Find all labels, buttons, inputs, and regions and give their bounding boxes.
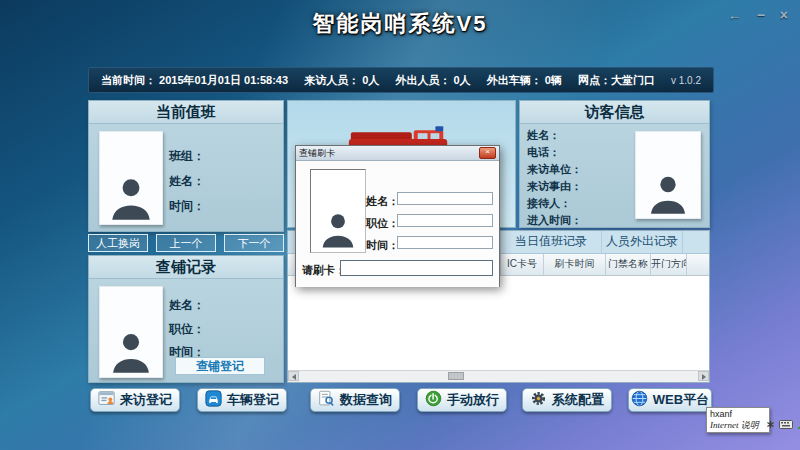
visitor-field-label: 进入时间：: [527, 212, 582, 229]
visitor-register-button[interactable]: 来访登记: [90, 388, 180, 412]
scroll-right-icon[interactable]: [698, 371, 709, 381]
column-header-blank: [687, 254, 709, 275]
system-config-icon: [530, 390, 547, 410]
tab-personnel-out-records[interactable]: 人员外出记录: [602, 231, 683, 253]
scrollbar-thumb[interactable]: [448, 372, 464, 380]
duty-field-label: 时间：: [169, 198, 205, 215]
shift-button-row: 人工换岗 上一个 下一个: [88, 234, 284, 252]
ime-toolbar: [766, 415, 800, 433]
manual-shift-button[interactable]: 人工换岗: [88, 234, 148, 252]
toolbar-button-label: WEB平台: [653, 391, 709, 409]
visitor-field-label: 电话：: [527, 144, 582, 161]
dialog-position-field[interactable]: [397, 214, 493, 227]
records-table-body: [288, 276, 709, 370]
next-button[interactable]: 下一个: [224, 234, 284, 252]
person-icon: [110, 327, 152, 377]
duty-field-label: 姓名：: [169, 173, 205, 190]
toolbar-button-label: 车辆登记: [227, 391, 279, 409]
status-visitors: 来访人员： 0人: [304, 73, 379, 88]
visitor-photo: [635, 131, 701, 219]
status-out-vehicles: 外出车辆： 0辆: [487, 73, 562, 88]
visitor-field-label: 接待人：: [527, 195, 582, 212]
close-icon[interactable]: ×: [780, 7, 788, 23]
manual-release-button[interactable]: 手动放行: [417, 388, 507, 412]
bedcheck-swipe-dialog: 查铺刷卡 × 姓名： 职位： 时间： 请刷卡：: [295, 145, 500, 287]
dialog-time-label: 时间：: [366, 238, 394, 253]
column-header-swipe-time[interactable]: 刷卡时间: [544, 254, 606, 275]
manual-release-icon: [425, 390, 442, 410]
visitor-field-label: 来访事由：: [527, 178, 582, 195]
back-icon[interactable]: ←: [728, 7, 742, 23]
column-header-ic-card[interactable]: IC卡号: [501, 254, 544, 275]
dialog-title: 查铺刷卡: [299, 147, 335, 160]
scroll-left-icon[interactable]: [288, 371, 299, 381]
ime-star-icon[interactable]: [766, 415, 775, 433]
bedcheck-title: 查铺记录: [89, 256, 283, 279]
system-config-button[interactable]: 系统配置: [522, 388, 612, 412]
bedcheck-photo: [99, 286, 163, 378]
vehicle-register-button[interactable]: 车辆登记: [197, 388, 287, 412]
dialog-titlebar[interactable]: 查铺刷卡 ×: [296, 146, 499, 161]
visitor-info-title: 访客信息: [520, 101, 709, 124]
tab-daily-duty-records[interactable]: 当日值班记录: [501, 231, 602, 253]
page-title: 智能岗哨系统V5: [0, 9, 800, 39]
bedcheck-panel: 查铺记录 姓名： 职位： 时间： 查铺登记: [88, 255, 284, 383]
dialog-body: 姓名： 职位： 时间： 请刷卡：: [296, 161, 499, 287]
column-header-door-direction[interactable]: 开门方向: [651, 254, 687, 275]
duty-field-label: 班组：: [169, 148, 205, 165]
toolbar-button-label: 数据查询: [340, 391, 392, 409]
web-platform-button[interactable]: WEB平台: [628, 388, 712, 412]
dialog-close-icon[interactable]: ×: [479, 147, 496, 159]
bedcheck-register-button[interactable]: 查铺登记: [175, 357, 265, 375]
status-current-time: 当前时间： 2015年01月01日 01:58:43: [101, 73, 288, 88]
bedcheck-field-label: 职位：: [169, 321, 205, 338]
web-platform-icon: [631, 390, 648, 410]
ime-tooltip: hxanf Internet 说明: [706, 407, 770, 433]
dialog-swipe-field[interactable]: [340, 260, 493, 276]
status-bar: 当前时间： 2015年01月01日 01:58:43 来访人员： 0人 外出人员…: [88, 67, 714, 93]
ime-mode-text: Internet 说明: [710, 420, 766, 431]
data-query-button[interactable]: 数据查询: [310, 388, 400, 412]
column-header-door-name[interactable]: 门禁名称: [606, 254, 651, 275]
status-out-people: 外出人员： 0人: [395, 73, 470, 88]
toolbar-button-label: 来访登记: [120, 391, 172, 409]
visitor-fields: 姓名： 电话： 来访单位： 来访事由： 接待人： 进入时间：: [527, 127, 582, 229]
toolbar-button-label: 系统配置: [552, 391, 604, 409]
current-duty-body: 班组： 姓名： 时间：: [89, 124, 283, 232]
dialog-time-field[interactable]: [397, 236, 493, 249]
minimize-icon[interactable]: −: [757, 7, 765, 23]
visitor-field-label: 来访单位：: [527, 161, 582, 178]
dialog-photo: [310, 169, 366, 253]
visitor-info-panel: 访客信息 姓名： 电话： 来访单位： 来访事由： 接待人： 进入时间：: [519, 100, 710, 228]
dialog-name-label: 姓名：: [366, 194, 394, 209]
vehicle-register-icon: [205, 390, 222, 410]
horizontal-scrollbar[interactable]: [288, 370, 709, 382]
person-icon: [109, 172, 153, 224]
window-controls: ← − ×: [728, 7, 788, 23]
toolbar-button-label: 手动放行: [447, 391, 499, 409]
dialog-name-field[interactable]: [397, 192, 493, 205]
prev-button[interactable]: 上一个: [156, 234, 216, 252]
person-icon: [320, 208, 356, 252]
data-query-icon: [318, 390, 335, 410]
duty-photo: [99, 131, 163, 225]
ime-input-text: hxanf: [710, 409, 766, 420]
visitor-field-label: 姓名：: [527, 127, 582, 144]
keyboard-icon[interactable]: [779, 415, 793, 433]
person-icon: [648, 170, 688, 218]
bedcheck-field-label: 姓名：: [169, 297, 205, 314]
current-duty-title: 当前值班: [89, 101, 283, 124]
dialog-position-label: 职位：: [366, 216, 394, 231]
visitor-register-icon: [98, 390, 115, 410]
current-duty-panel: 当前值班 班组： 姓名： 时间：: [88, 100, 284, 232]
status-site: 网点：大堂门口: [578, 73, 655, 88]
version-label: v 1.0.2: [671, 75, 701, 86]
bedcheck-body: 姓名： 职位： 时间： 查铺登记: [89, 279, 283, 383]
